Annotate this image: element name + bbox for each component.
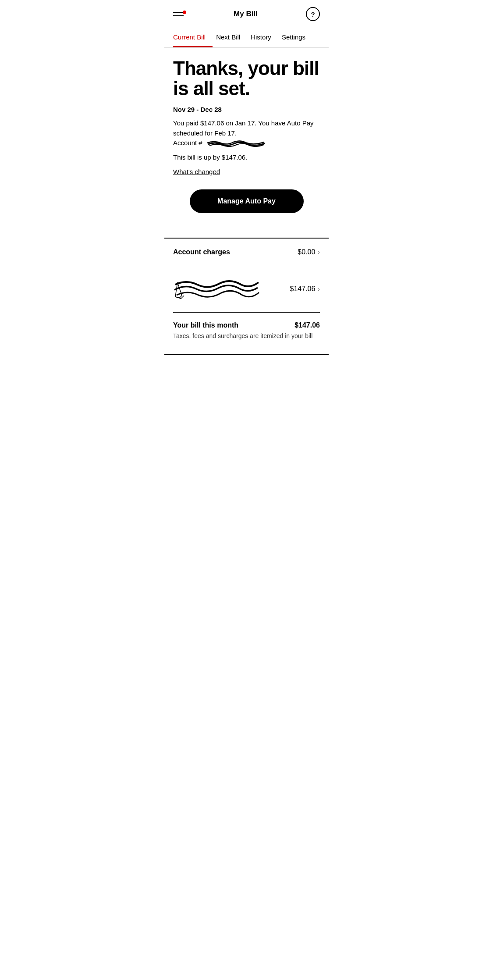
whats-changed-link[interactable]: What's changed <box>173 168 220 175</box>
bill-summary-label: Your bill this month <box>173 321 238 329</box>
payment-info: You paid $147.06 on Jan 17. You have Aut… <box>173 118 320 148</box>
tab-next-bill[interactable]: Next Bill <box>216 28 247 47</box>
redacted-account-number <box>206 140 267 147</box>
bill-headline: Thanks, your bill is all set. <box>173 58 320 99</box>
account-charges-label: Account charges <box>173 248 230 256</box>
app-header: My Bill ? <box>164 0 329 28</box>
tab-settings[interactable]: Settings <box>282 28 312 47</box>
redacted-line-item <box>173 276 261 302</box>
tab-current-bill[interactable]: Current Bill <box>173 28 213 47</box>
chevron-right-icon: › <box>318 249 320 256</box>
section-divider-final <box>164 354 329 355</box>
menu-button[interactable] <box>173 12 185 16</box>
main-content: Thanks, your bill is all set. Nov 29 - D… <box>164 48 329 238</box>
billing-period: Nov 29 - Dec 28 <box>173 106 320 113</box>
chevron-right-icon-2: › <box>318 285 320 292</box>
page-title: My Bill <box>234 10 258 18</box>
bill-change-text: This bill is up by $147.06. <box>173 153 320 161</box>
bill-summary-section: Your bill this month $147.06 Taxes, fees… <box>164 313 329 348</box>
tab-history[interactable]: History <box>251 28 278 47</box>
bill-summary-note: Taxes, fees and surcharges are itemized … <box>173 332 320 341</box>
tab-bar: Current Bill Next Bill History Settings <box>164 28 329 48</box>
account-charges-row[interactable]: Account charges $0.00 › <box>173 239 320 266</box>
account-charges-amount: $0.00 › <box>298 248 320 256</box>
notification-dot <box>183 11 186 14</box>
redacted-line-item-row[interactable]: $147.06 › <box>173 266 320 312</box>
manage-autopay-button[interactable]: Manage Auto Pay <box>190 189 304 213</box>
charges-section: Account charges $0.00 › $147.06 › <box>164 239 329 313</box>
redacted-line-item-amount: $147.06 › <box>290 285 320 293</box>
bill-summary-amount: $147.06 <box>294 321 320 329</box>
help-button[interactable]: ? <box>306 7 320 21</box>
